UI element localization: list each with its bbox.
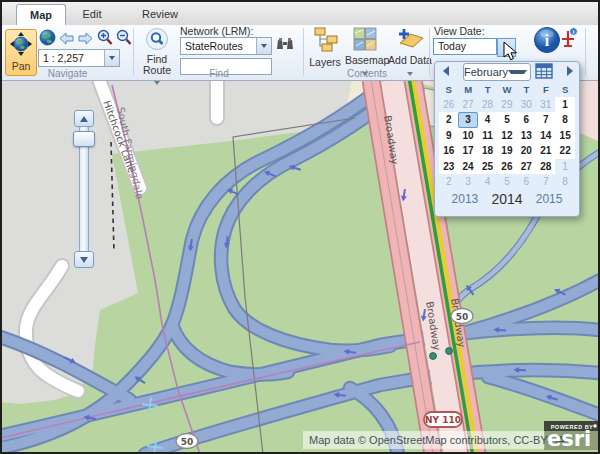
calendar-day[interactable]: 4	[478, 112, 497, 127]
calendar-day[interactable]: 7	[536, 112, 555, 127]
calendar-day[interactable]: 6	[517, 112, 536, 127]
calendar-day[interactable]: 21	[536, 143, 555, 158]
identify-route-icon: i	[559, 27, 579, 49]
esri-wordmark: esri	[547, 427, 591, 451]
add-data-label: Add Data	[388, 54, 432, 66]
calendar-grid-view-button[interactable]	[535, 63, 553, 79]
chevron-down-icon	[504, 46, 510, 50]
calendar-year[interactable]: 2013	[452, 192, 479, 206]
zoom-in-button[interactable]	[97, 29, 113, 50]
search-routes-button[interactable]	[276, 36, 294, 57]
calendar-day-header: W	[497, 84, 516, 97]
calendar-day[interactable]: 23	[439, 159, 458, 174]
calendar-day[interactable]: 28	[478, 97, 497, 112]
info-icon: i	[533, 26, 561, 54]
view-date-dropdown-button[interactable]	[497, 38, 516, 57]
esri-logo: POWERED BY esri	[544, 421, 600, 451]
event-editor-window: Hitchcock Lane South Farmingdale Broadwa…	[0, 0, 600, 454]
calendar-day[interactable]: 24	[458, 159, 477, 174]
group-caption-find: Find	[138, 68, 300, 79]
calendar-next-month-button[interactable]	[567, 66, 573, 76]
calendar-day[interactable]: 16	[439, 143, 458, 158]
calendar-day[interactable]: 6	[517, 174, 536, 189]
calendar-month-dropdown[interactable]: February	[463, 63, 531, 81]
find-route-label-1: Find	[138, 54, 176, 64]
calendar-day[interactable]: 20	[517, 143, 536, 158]
shield-50-a: 50	[456, 312, 469, 322]
calendar-day[interactable]: 10	[458, 128, 477, 143]
basemap-label: Basemap	[345, 54, 385, 66]
calendar-day[interactable]: 12	[497, 128, 516, 143]
up-arrow-icon	[80, 116, 88, 122]
calendar-day[interactable]: 29	[497, 97, 516, 112]
calendar-year[interactable]: 2015	[536, 192, 563, 206]
zoom-slider-down-button[interactable]	[74, 251, 94, 268]
zoom-out-button[interactable]	[116, 29, 132, 50]
calendar-day[interactable]: 27	[517, 159, 536, 174]
calendar-day[interactable]: 30	[517, 97, 536, 112]
info-button[interactable]: i	[533, 26, 561, 58]
calendar-day-header: S	[439, 84, 458, 97]
calendar-day[interactable]: 7	[536, 174, 555, 189]
calendar-day[interactable]: 25	[478, 159, 497, 174]
calendar-day[interactable]: 13	[517, 128, 536, 143]
add-data-icon	[396, 27, 424, 51]
calendar-day[interactable]: 15	[555, 128, 574, 143]
shield-50-b: 50	[181, 437, 194, 447]
calendar-day[interactable]: 8	[555, 174, 574, 189]
calendar-day[interactable]: 2	[439, 112, 458, 127]
chevron-down-icon	[508, 70, 527, 74]
calendar-day-headers: SMTWTFS	[435, 84, 579, 97]
zoom-slider-up-button[interactable]	[74, 110, 94, 127]
calendar-day[interactable]: 22	[555, 143, 574, 158]
calendar-day[interactable]: 2	[439, 174, 458, 189]
scale-dropdown-button[interactable]	[104, 50, 119, 66]
calendar-day[interactable]: 26	[439, 97, 458, 112]
calendar-day[interactable]: 3	[458, 112, 477, 127]
identify-route-button[interactable]: i	[559, 27, 579, 53]
layers-button[interactable]: Layers	[307, 27, 343, 73]
calendar-day[interactable]: 18	[478, 143, 497, 158]
calendar-day[interactable]: 14	[536, 128, 555, 143]
calendar-year[interactable]: 2014	[491, 191, 522, 207]
zoom-slider-handle[interactable]	[73, 131, 95, 147]
calendar-day[interactable]: 9	[439, 128, 458, 143]
full-extent-button[interactable]	[39, 29, 56, 50]
calendar-day[interactable]: 1	[555, 159, 574, 174]
network-dropdown-button[interactable]	[256, 38, 271, 54]
calendar-day[interactable]: 26	[497, 159, 516, 174]
calendar-day[interactable]: 17	[458, 143, 477, 158]
calendar-day[interactable]: 31	[536, 97, 555, 112]
layers-icon	[312, 27, 338, 53]
calendar-day-header: M	[458, 84, 477, 97]
calendar-day[interactable]: 28	[536, 159, 555, 174]
next-extent-button[interactable]	[78, 31, 93, 49]
chevron-down-icon	[154, 81, 160, 85]
calendar-day[interactable]: 3	[458, 174, 477, 189]
binoculars-icon	[276, 36, 294, 53]
basemap-icon	[353, 27, 377, 51]
calendar-day-grid: 2627282930311234567891011121314151617181…	[435, 97, 579, 189]
tab-edit[interactable]: Edit	[74, 4, 110, 25]
tab-review[interactable]: Review	[138, 4, 182, 25]
calendar-month-label: February	[464, 66, 508, 78]
calendar-prev-month-button[interactable]	[443, 66, 449, 76]
calendar-day[interactable]: 8	[555, 112, 574, 127]
calendar-year-selector: 201320142015	[435, 189, 579, 209]
map-scale-combobox[interactable]: 1 : 2,257	[38, 49, 120, 67]
view-date-input[interactable]: Today	[433, 38, 497, 55]
calendar-day[interactable]: 11	[478, 128, 497, 143]
calendar-day[interactable]: 4	[478, 174, 497, 189]
network-combobox[interactable]: StateRoutes	[180, 37, 272, 55]
calendar-day[interactable]: 5	[497, 174, 516, 189]
calendar-day[interactable]: 1	[555, 97, 574, 112]
group-caption-navigate: Navigate	[5, 68, 130, 79]
calendar-day[interactable]: 27	[458, 97, 477, 112]
calendar-day[interactable]: 19	[497, 143, 516, 158]
calendar-day[interactable]: 5	[497, 112, 516, 127]
calendar-day-header: T	[478, 84, 497, 97]
previous-extent-button[interactable]	[59, 31, 74, 49]
tab-map[interactable]: Map	[16, 4, 66, 26]
calendar-header: February	[435, 62, 579, 84]
calendar-day-header: S	[556, 84, 575, 97]
